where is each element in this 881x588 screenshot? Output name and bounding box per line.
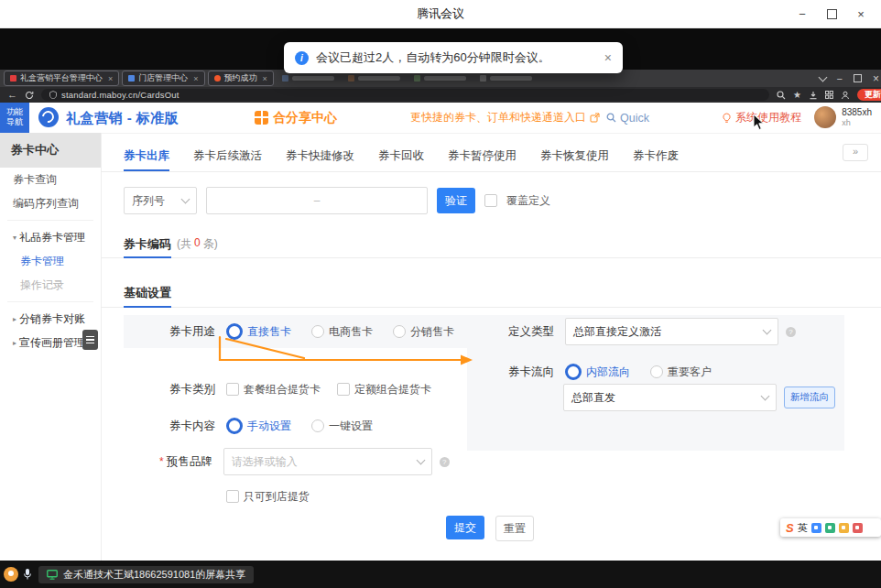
radio-selected-icon: [226, 323, 243, 340]
ime-icon-2[interactable]: [825, 523, 835, 533]
user-name: 8385xh: [842, 107, 872, 118]
help-icon[interactable]: ?: [786, 327, 796, 337]
content-label: 券卡内容: [169, 419, 215, 434]
back-icon[interactable]: ←: [7, 90, 17, 100]
radio-icon: [650, 365, 663, 378]
toast-close-icon[interactable]: ×: [604, 50, 612, 65]
taskbar: 金禾通技术王斌18662591081的屏幕共享: [0, 561, 881, 588]
meeting-titlebar: 腾讯会议 − ×: [0, 0, 881, 28]
define-type-select[interactable]: 总部直接定义激活: [565, 318, 778, 345]
usage-option-ecommerce[interactable]: 电商售卡: [311, 324, 373, 340]
tab-list-chevron-icon[interactable]: [818, 73, 827, 82]
chevron-expanded-icon: ▾: [13, 226, 16, 250]
category-option-package[interactable]: 套餐组合提货卡: [226, 382, 321, 397]
divider: [7, 220, 93, 221]
override-checkbox[interactable]: [484, 194, 497, 207]
tab-card-outbound[interactable]: 券卡出库: [124, 140, 169, 171]
zoom-icon[interactable]: [777, 91, 786, 100]
override-label: 覆盖定义: [506, 193, 550, 209]
submit-button[interactable]: 提交: [446, 516, 484, 539]
url-field[interactable]: standard.maboy.cn/CardsOut: [41, 89, 769, 101]
expand-tabs-button[interactable]: »: [843, 144, 868, 161]
obscured-tab[interactable]: [474, 75, 538, 82]
option-label: 重要客户: [668, 365, 712, 380]
obscured-tab[interactable]: [277, 75, 340, 82]
download-icon[interactable]: [809, 91, 818, 100]
ime-icon-1[interactable]: [811, 523, 821, 533]
tab-close-icon[interactable]: ×: [193, 74, 198, 83]
obscured-tab[interactable]: [343, 75, 406, 82]
flow-row: 券卡流向 内部流向 重要客户: [508, 359, 732, 385]
define-type-value: 总部直接定义激活: [573, 324, 661, 340]
maximize-icon: [827, 9, 837, 19]
close-button[interactable]: ×: [846, 0, 876, 27]
browser-update-button[interactable]: 更新: [857, 89, 881, 101]
flow-option-internal[interactable]: 内部流向: [565, 364, 630, 380]
verify-button[interactable]: 验证: [437, 188, 475, 213]
quick-entry-link[interactable]: 更快捷的券卡、订单和快递通道入口: [410, 103, 600, 133]
content-option-manual[interactable]: 手动设置: [226, 418, 291, 434]
serial-type-select[interactable]: 序列号: [124, 187, 197, 214]
share-center-link[interactable]: 合分享中心: [255, 103, 337, 133]
sidebar-item-code-sequence-query[interactable]: 编码序列查询: [0, 191, 101, 215]
obscured-tab[interactable]: [408, 75, 472, 82]
minimize-button[interactable]: −: [788, 0, 817, 27]
ime-icon-4[interactable]: [853, 523, 863, 533]
browser-tab-2[interactable]: 门店管理中心 ×: [122, 71, 204, 86]
brand-select[interactable]: 请选择或输入: [223, 448, 432, 475]
sidebar-group-distribution-reconcile[interactable]: ▸分销券卡对账: [0, 307, 101, 331]
flow-option-vip[interactable]: 重要客户: [650, 365, 712, 380]
tab-card-suspend[interactable]: 券卡暂停使用: [448, 140, 517, 171]
refresh-icon[interactable]: [25, 91, 34, 100]
ime-mode-toggle[interactable]: 英: [798, 521, 808, 535]
lightbulb-icon: [722, 113, 732, 124]
help-icon[interactable]: ?: [440, 457, 450, 467]
sidebar-item-operation-log[interactable]: 操作记录: [0, 273, 101, 297]
tab-title: 礼盒营销平台管理中心: [20, 72, 103, 84]
ime-icon-3[interactable]: [839, 523, 849, 533]
tab-close-icon[interactable]: ×: [263, 74, 267, 83]
maximize-button[interactable]: [817, 0, 846, 27]
extensions-grid-icon[interactable]: [825, 91, 833, 99]
user-box[interactable]: 8385xh xh: [814, 106, 872, 128]
usage-option-direct[interactable]: 直接售卡: [226, 323, 291, 340]
serial-range-input[interactable]: –: [206, 187, 428, 214]
tab-card-quick-edit[interactable]: 券卡快捷修改: [286, 140, 354, 171]
microphone-icon[interactable]: [23, 568, 32, 581]
tab-card-resume[interactable]: 券卡恢复使用: [540, 140, 609, 171]
ime-logo[interactable]: S: [786, 521, 794, 535]
sidebar-group-gift-card-mgmt[interactable]: ▾礼品券卡管理: [0, 225, 101, 249]
browser-minimize-button[interactable]: −: [837, 73, 843, 84]
content-option-onekey[interactable]: 一键设置: [311, 419, 373, 434]
mouse-cursor: [753, 114, 765, 131]
pickup-option[interactable]: 只可到店提货: [226, 489, 310, 505]
profile-icon[interactable]: [841, 91, 850, 100]
usage-option-distribution[interactable]: 分销售卡: [393, 324, 454, 340]
browser-maximize-button[interactable]: [854, 74, 862, 82]
codes-count-suffix: 条): [203, 236, 218, 252]
brand-logo-icon[interactable]: [38, 107, 59, 127]
sidebar-item-card-query[interactable]: 券卡查询: [0, 168, 101, 191]
tab-card-recycle[interactable]: 券卡回收: [378, 140, 424, 171]
tab-card-followup-activate[interactable]: 券卡后续激活: [193, 140, 262, 171]
quick-search[interactable]: Quick: [606, 103, 649, 133]
browser-tab-1[interactable]: 礼盒营销平台管理中心 ×: [4, 71, 119, 86]
tab-close-icon[interactable]: ×: [108, 74, 113, 83]
brand-name[interactable]: 礼盒营销 - 标准版: [66, 103, 179, 133]
browser-tab-3[interactable]: 预约成功 ×: [208, 71, 274, 86]
add-flow-button[interactable]: 新增流向: [784, 387, 835, 408]
category-option-fixed[interactable]: 定额组合提货卡: [337, 382, 431, 397]
sidebar-collapse-handle[interactable]: [82, 330, 98, 350]
sidebar-item-card-management[interactable]: 券卡管理: [0, 249, 101, 273]
sidebar-section-title: 券卡中心: [0, 133, 101, 168]
meeting-window-title: 腾讯会议: [0, 0, 881, 27]
avatar[interactable]: [814, 106, 836, 128]
taskbar-user-icon[interactable]: [4, 567, 18, 582]
reset-button[interactable]: 重置: [495, 516, 534, 541]
bookmark-star-icon[interactable]: ★: [793, 91, 801, 100]
flow-select[interactable]: 总部直发: [563, 384, 777, 411]
browser-close-button[interactable]: ×: [873, 72, 879, 85]
card-tabs: 券卡出库 券卡后续激活 券卡快捷修改 券卡回收 券卡暂停使用 券卡恢复使用 券卡…: [101, 140, 881, 172]
tab-card-void[interactable]: 券卡作废: [633, 140, 679, 171]
option-label: 内部流向: [586, 365, 630, 380]
